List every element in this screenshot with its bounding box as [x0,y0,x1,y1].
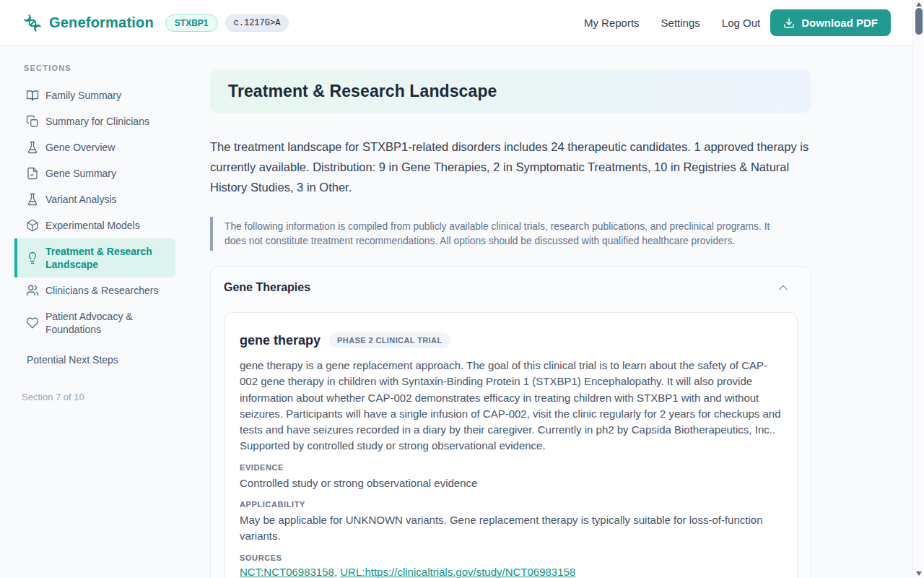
book-open-icon [26,89,39,102]
brand-name: Geneformation [49,14,154,31]
nav-my-reports[interactable]: My Reports [584,17,640,29]
sidebar-item-label: Experimental Models [45,219,140,232]
scrollbar-thumb[interactable] [915,8,923,35]
download-icon [783,17,795,29]
sidebar-item-potential-next-steps[interactable]: Potential Next Steps [14,347,175,373]
nav-log-out[interactable]: Log Out [722,17,760,29]
download-pdf-button[interactable]: Download PDF [770,9,891,36]
sections-sidebar: SECTIONS Family Summary Summary for Clin… [0,46,190,402]
section-progress: Section 7 of 10 [22,392,190,402]
source-link-url[interactable]: URL:https://clinicaltrials.gov/study/NCT… [340,566,575,578]
chevron-up-icon[interactable] [776,280,790,295]
sidebar-item-label: Treatment & Research Landscape [45,245,168,271]
sidebar-item-label: Potential Next Steps [27,353,118,366]
disclaimer-callout: The following information is compiled fr… [210,217,811,251]
dna-logo-icon [23,14,42,33]
gene-therapies-section-header[interactable]: Gene Therapies [224,280,798,295]
phase-badge: PHASE 2 CLINICAL TRIAL [329,332,450,348]
sources-row: NCT:NCT06983158, URL:https://clinicaltri… [240,566,782,578]
nav-settings[interactable]: Settings [661,17,700,29]
flask-icon [26,193,39,206]
therapy-title: gene therapy [240,333,321,348]
lightbulb-icon [26,251,39,264]
gene-badge: STXBP1 [165,14,218,32]
sidebar-item-family-summary[interactable]: Family Summary [14,82,175,108]
intro-paragraph: The treatment landscape for STXBP1-relat… [210,137,811,197]
evidence-value: Controlled study or strong observational… [240,475,782,491]
sidebar-heading: SECTIONS [24,64,190,72]
sidebar-item-clinicians-researchers[interactable]: Clinicians & Researchers [14,277,175,303]
variant-badge: c.1217G>A [225,14,289,32]
users-icon [26,284,39,297]
brand: Geneformation STXBP1 c.1217G>A [23,14,289,33]
sidebar-item-label: Patient Advocacy & Foundations [45,310,168,336]
applicability-label: APPLICABILITY [240,500,782,509]
section-title: Gene Therapies [224,281,310,294]
sidebar-item-treatment-research-landscape[interactable]: Treatment & Research Landscape [14,238,175,277]
top-header: Geneformation STXBP1 c.1217G>A My Report… [0,0,912,46]
main-content: Treatment & Research Landscape The treat… [190,46,912,578]
scrollbar-down-arrow[interactable] [916,571,922,576]
sidebar-item-gene-summary[interactable]: Gene Summary [14,160,175,186]
page-title: Treatment & Research Landscape [228,82,497,101]
heart-icon [26,316,39,329]
therapy-description: gene therapy is a gene replacement appro… [240,358,782,454]
sidebar-item-patient-advocacy[interactable]: Patient Advocacy & Foundations [14,303,175,342]
gene-therapies-section: Gene Therapies gene therapy PHASE 2 CLIN… [210,266,811,578]
applicability-value: May be applicable for UNKNOWN variants. … [240,512,782,545]
sidebar-item-label: Variant Analysis [45,193,117,206]
sidebar-item-label: Gene Overview [45,141,115,154]
sidebar-item-label: Gene Summary [45,167,116,180]
file-icon [26,167,39,180]
sidebar-item-gene-overview[interactable]: Gene Overview [14,134,175,160]
sidebar-item-experimental-models[interactable]: Experimental Models [14,212,175,238]
copy-icon [26,115,39,128]
therapy-card: gene therapy PHASE 2 CLINICAL TRIAL gene… [224,312,798,578]
source-separator: , [334,566,340,578]
source-link-nct[interactable]: NCT:NCT06983158 [240,566,334,578]
sidebar-item-variant-analysis[interactable]: Variant Analysis [14,186,175,212]
page-title-banner: Treatment & Research Landscape [210,69,811,113]
evidence-label: EVIDENCE [240,463,782,472]
sidebar-item-label: Clinicians & Researchers [45,284,158,297]
flask-icon [26,141,39,154]
header-nav: My Reports Settings Log Out [584,17,760,29]
app-window: Geneformation STXBP1 c.1217G>A My Report… [0,0,912,578]
sidebar-item-label: Summary for Clinicians [45,115,149,128]
sidebar-item-summary-for-clinicians[interactable]: Summary for Clinicians [14,108,175,134]
box-icon [26,219,39,232]
download-pdf-label: Download PDF [801,17,878,29]
sidebar-item-label: Family Summary [45,89,121,102]
sources-label: SOURCES [240,553,782,562]
scrollbar-up-arrow[interactable] [916,2,922,7]
vertical-scrollbar[interactable] [912,0,924,578]
